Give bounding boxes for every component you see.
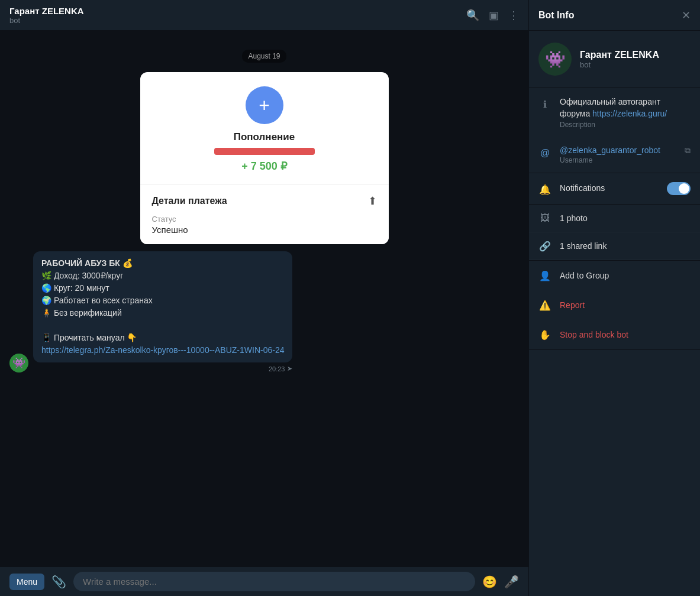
username-icon: @ <box>538 147 551 160</box>
stop-block-label: Stop and block bot <box>560 330 628 339</box>
username-label: Username <box>560 156 676 164</box>
bot-type-label: bot <box>580 60 659 69</box>
add-to-group-row[interactable]: 👤 Add to Group <box>529 261 700 290</box>
add-to-group-label: Add to Group <box>560 271 609 280</box>
bot-profile-info: Гарант ZELENKA bot <box>580 50 659 69</box>
report-label: Report <box>560 300 585 310</box>
bot-name: Гарант ZELENKA <box>580 50 659 60</box>
media-section: 🖼 1 photo 🔗 1 shared link <box>529 205 700 261</box>
bot-profile: 👾 Гарант ZELENKA bot <box>529 31 700 88</box>
photo-row[interactable]: 🖼 1 photo <box>529 205 700 232</box>
report-row[interactable]: ⚠️ Report <box>529 290 700 320</box>
payment-details-header: Детали платежа ⬆ <box>152 195 377 208</box>
description-label: Description <box>560 121 691 129</box>
shared-link-row[interactable]: 🔗 1 shared link <box>529 232 700 260</box>
payment-details-title: Детали платежа <box>152 196 227 206</box>
chat-header-icons: 🔍 ▣ ⋮ <box>466 9 519 22</box>
search-icon[interactable]: 🔍 <box>466 9 479 22</box>
date-separator: August 19 <box>9 50 519 63</box>
message-line-3: 🌍 Работает во всех странах <box>41 296 153 305</box>
forward-btn[interactable]: ➤ <box>287 365 292 372</box>
photo-count: 1 photo <box>560 213 588 223</box>
payment-plus-icon: + <box>259 96 270 115</box>
username-content: @zelenka_guarantor_robot Username <box>560 145 676 164</box>
bell-icon: 🔔 <box>538 183 551 196</box>
description-row: ℹ Официальный автогарант форума https://… <box>529 88 700 137</box>
chat-area: Гарант ZELENKA bot 🔍 ▣ ⋮ August 19 + Поп <box>0 0 528 596</box>
notifications-toggle[interactable] <box>667 182 691 195</box>
username-row: @ @zelenka_guarantor_robot Username ⧉ <box>529 137 700 173</box>
close-button[interactable]: ✕ <box>682 9 691 22</box>
description-link[interactable]: https://zelenka.guru/ <box>592 109 667 118</box>
add-group-icon: 👤 <box>538 269 551 282</box>
panel-title: Bot Info <box>538 10 574 21</box>
message-bubble: РАБОЧИЙ АБУЗ БК 💰 🌿 Доход: 3000₽/круг 🌎 … <box>33 251 292 362</box>
description-text: Официальный автогарант форума https://ze… <box>560 96 691 119</box>
chat-subtitle: bot <box>9 16 84 25</box>
notifications-section: 🔔 Notifications <box>529 173 700 205</box>
payment-card: + Пополнение + 7 500 ₽ Детали платежа ⬆ … <box>140 72 389 244</box>
description-content: Официальный автогарант форума https://ze… <box>560 96 691 129</box>
message-time: 20:23 ➤ <box>33 365 292 372</box>
link-icon: 🔗 <box>538 239 551 252</box>
emoji-icon[interactable]: 😊 <box>482 575 497 589</box>
message-input[interactable] <box>73 572 475 591</box>
photo-icon: 🖼 <box>538 212 551 225</box>
menu-button[interactable]: Menu <box>9 574 44 590</box>
share-icon[interactable]: ⬆ <box>368 195 377 208</box>
payment-redacted-bar <box>214 148 315 155</box>
notifications-label: Notifications <box>560 183 605 195</box>
payment-status-value: Успешно <box>152 225 377 235</box>
payment-card-top: + Пополнение + 7 500 ₽ <box>140 72 389 185</box>
shared-link-count: 1 shared link <box>560 241 607 251</box>
bot-info-panel: Bot Info ✕ 👾 Гарант ZELENKA bot ℹ Официа… <box>528 0 700 596</box>
message-row: 👾 РАБОЧИЙ АБУЗ БК 💰 🌿 Доход: 3000₽/круг … <box>9 251 519 372</box>
notifications-row: 🔔 Notifications <box>529 173 700 204</box>
message-link[interactable]: https://telegra.ph/Za-neskolko-kругов---… <box>41 345 284 355</box>
chat-input-area: Menu 📎 😊 🎤 <box>0 566 528 596</box>
payment-icon-circle: + <box>246 86 283 124</box>
payment-title: Пополнение <box>234 131 295 143</box>
layout-icon[interactable]: ▣ <box>489 9 499 22</box>
description-section: ℹ Официальный автогарант форума https://… <box>529 88 700 173</box>
stop-icon: ✋ <box>538 328 551 341</box>
payment-card-bottom: Детали платежа ⬆ Статус Успешно <box>140 185 389 244</box>
payment-status-label: Статус <box>152 215 377 224</box>
bot-avatar-icon: 👾 <box>545 50 566 69</box>
more-icon[interactable]: ⋮ <box>508 9 519 22</box>
message-line-5: 📱 Прочитать мануал 👇 <box>41 333 137 342</box>
report-icon: ⚠️ <box>538 299 551 312</box>
actions-section: 👤 Add to Group ⚠️ Report ✋ Stop and bloc… <box>529 261 700 350</box>
payment-amount: + 7 500 ₽ <box>241 160 287 173</box>
mic-icon[interactable]: 🎤 <box>504 575 519 589</box>
message-content: РАБОЧИЙ АБУЗ БК 💰 🌿 Доход: 3000₽/круг 🌎 … <box>33 251 292 372</box>
chat-title: Гарант ZELENKA <box>9 6 84 16</box>
chat-messages: August 19 + Пополнение + 7 500 ₽ Детали … <box>0 31 528 566</box>
date-badge: August 19 <box>242 50 286 63</box>
chat-header: Гарант ZELENKA bot 🔍 ▣ ⋮ <box>0 0 528 31</box>
copy-username-button[interactable]: ⧉ <box>685 145 691 156</box>
chat-header-info: Гарант ZELENKA bot <box>9 6 84 25</box>
username-text: @zelenka_guarantor_robot <box>560 145 676 155</box>
panel-header: Bot Info ✕ <box>529 0 700 31</box>
info-circle-icon: ℹ <box>538 98 551 111</box>
message-line-1: 🌿 Доход: 3000₽/круг <box>41 271 123 280</box>
message-line-4: 🧍 Без верификаций <box>41 308 122 318</box>
message-line-2: 🌎 Круг: 20 минут <box>41 283 109 293</box>
message-header: РАБОЧИЙ АБУЗ БК 💰 <box>41 258 133 268</box>
attach-icon[interactable]: 📎 <box>51 575 66 589</box>
stop-block-row[interactable]: ✋ Stop and block bot <box>529 320 700 349</box>
avatar: 👾 <box>9 354 28 372</box>
bot-avatar: 👾 <box>538 43 572 76</box>
